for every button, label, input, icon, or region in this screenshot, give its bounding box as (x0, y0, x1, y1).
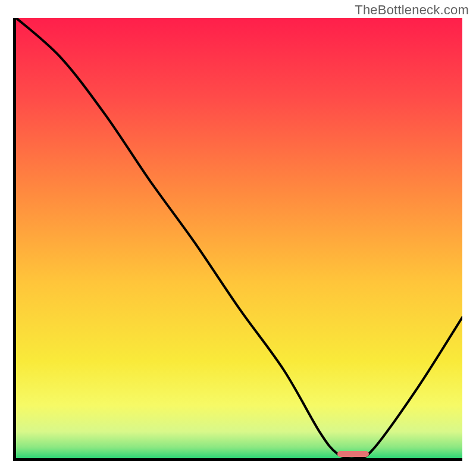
x-axis (13, 458, 462, 461)
optimal-zone-marker (337, 451, 369, 457)
plot-area (16, 18, 462, 458)
y-axis (13, 18, 16, 459)
bottleneck-curve (16, 18, 462, 458)
watermark-text: TheBottleneck.com (355, 2, 469, 18)
